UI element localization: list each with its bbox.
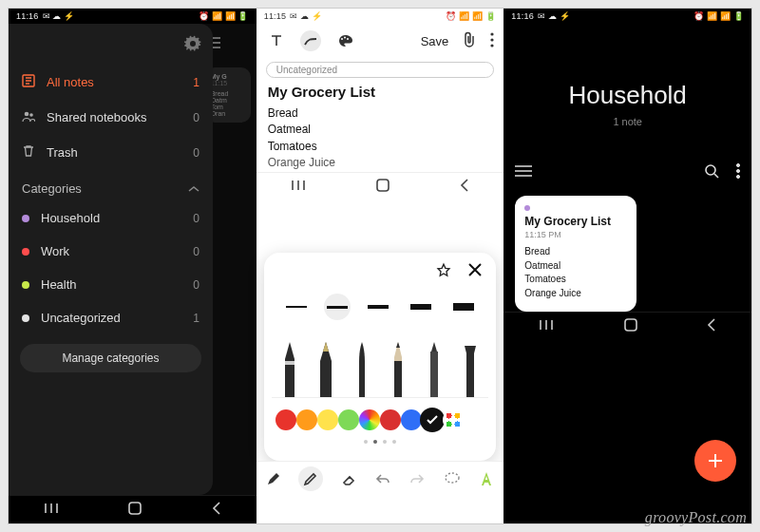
pen-tip-option[interactable]: [386, 342, 410, 397]
text-tool-button[interactable]: [266, 30, 287, 51]
color-swatch[interactable]: [401, 409, 422, 430]
highlighter-icon[interactable]: [298, 466, 323, 491]
hamburger-icon[interactable]: [515, 165, 532, 180]
favorite-icon[interactable]: [435, 262, 452, 282]
pen-tip-option[interactable]: [422, 342, 446, 397]
svg-point-14: [446, 473, 459, 483]
stroke-option[interactable]: [406, 300, 436, 314]
note-card[interactable]: My Grocery List 11:15 PM Bread Oatmeal T…: [515, 196, 636, 312]
search-icon[interactable]: [704, 163, 719, 181]
page-indicator: [272, 440, 489, 444]
category-count: 0: [193, 278, 200, 292]
note-line: Tomatoes: [268, 139, 493, 155]
status-bar: 11:16✉ ☁ ⚡ ⏰ 📶 📶 🔋: [9, 9, 256, 24]
color-swatch[interactable]: [296, 409, 317, 430]
stroke-option[interactable]: [448, 300, 479, 314]
color-swatch[interactable]: [276, 409, 296, 430]
nav-count: 0: [193, 146, 200, 160]
pen-tip-option[interactable]: [458, 342, 483, 397]
svg-point-18: [736, 169, 739, 172]
pen-tip-option[interactable]: [277, 342, 302, 397]
recents-button[interactable]: [538, 318, 555, 334]
nav-label: Shared notebooks: [47, 110, 147, 124]
recents-button[interactable]: [290, 179, 307, 195]
category-health[interactable]: Health 0: [16, 268, 205, 301]
nav-all-notes[interactable]: All notes 1: [16, 65, 205, 100]
status-bar: 11:15✉ ☁ ⚡ ⏰ 📶 📶 🔋: [256, 9, 504, 24]
stroke-option[interactable]: [281, 300, 312, 314]
android-navbar: [9, 495, 256, 523]
android-navbar: [504, 312, 751, 340]
note-card-line: Bread: [524, 245, 627, 259]
note-line: Bread: [268, 105, 493, 122]
category-title: Household: [504, 81, 751, 110]
categories-label: Categories: [22, 181, 82, 196]
pen-tip-option[interactable]: [314, 342, 338, 397]
category-label: Work: [41, 244, 69, 258]
category-dot-icon: [22, 314, 29, 322]
svg-rect-10: [285, 361, 294, 365]
category-uncategorized[interactable]: Uncategorized 1: [16, 301, 205, 334]
redo-icon[interactable]: [408, 469, 427, 488]
svg-rect-13: [466, 353, 474, 397]
undo-icon[interactable]: [373, 469, 392, 488]
manage-categories-button[interactable]: Manage categories: [20, 344, 201, 372]
palette-tool-button[interactable]: [334, 30, 355, 51]
color-more-icon[interactable]: [443, 409, 464, 430]
home-button[interactable]: [375, 178, 390, 196]
status-time: 11:16: [511, 11, 534, 21]
category-household[interactable]: Household 0: [16, 201, 205, 235]
back-button[interactable]: [706, 318, 717, 334]
nav-trash[interactable]: Trash 0: [16, 135, 205, 170]
gear-icon[interactable]: [184, 35, 201, 55]
pen-tip-option[interactable]: [350, 342, 374, 397]
color-swatch[interactable]: [317, 409, 338, 430]
svg-point-6: [347, 38, 349, 40]
pen-icon[interactable]: [264, 469, 283, 488]
svg-point-7: [491, 32, 494, 35]
eraser-icon[interactable]: [339, 469, 358, 488]
category-work[interactable]: Work 0: [16, 235, 205, 268]
category-dot-icon: [22, 215, 29, 222]
back-button[interactable]: [211, 502, 222, 518]
recents-button[interactable]: [43, 502, 60, 518]
attachment-icon[interactable]: [462, 31, 477, 51]
note-title: My Grocery List: [268, 84, 493, 100]
home-button[interactable]: [127, 501, 142, 519]
more-icon[interactable]: [736, 163, 740, 181]
stroke-option[interactable]: [324, 294, 351, 320]
category-label: Health: [41, 277, 77, 292]
svg-point-8: [491, 38, 494, 41]
phone-2-editor-screen: 11:15✉ ☁ ⚡ ⏰ 📶 📶 🔋 Save Uncategorized My…: [256, 9, 504, 523]
lasso-icon[interactable]: [443, 469, 462, 488]
color-swatch-selected[interactable]: [422, 409, 443, 430]
color-swatch[interactable]: [380, 409, 401, 430]
note-card-title: My Grocery List: [524, 215, 627, 228]
category-chip[interactable]: Uncategorized: [266, 62, 495, 78]
phone-3-category-screen: 11:16✉ ☁ ⚡ ⏰ 📶 📶 🔋 Household 1 note My G…: [504, 9, 751, 523]
android-navbar: [256, 172, 504, 200]
svg-rect-20: [625, 319, 636, 331]
text-style-icon[interactable]: [477, 469, 496, 488]
pen-tool-button[interactable]: [300, 30, 321, 51]
all-notes-icon: [22, 74, 35, 90]
nav-shared[interactable]: Shared notebooks 0: [16, 100, 205, 135]
home-button[interactable]: [623, 317, 638, 335]
back-button[interactable]: [459, 179, 470, 195]
shared-icon: [22, 109, 35, 125]
color-picker-icon[interactable]: [359, 409, 380, 430]
note-line: Orange Juice: [268, 155, 493, 171]
color-swatch[interactable]: [338, 409, 359, 430]
svg-rect-15: [377, 180, 389, 191]
add-note-fab[interactable]: [694, 440, 736, 482]
pen-tip-row: [272, 332, 489, 398]
svg-point-4: [341, 38, 343, 40]
more-icon[interactable]: [490, 32, 494, 50]
note-document[interactable]: My Grocery List Bread Oatmeal Tomatoes O…: [256, 84, 504, 172]
stroke-option[interactable]: [363, 300, 393, 314]
note-card-line: Orange Juice: [524, 287, 627, 301]
categories-header[interactable]: Categories: [16, 170, 205, 201]
close-icon[interactable]: [467, 262, 483, 282]
save-button[interactable]: Save: [421, 34, 449, 48]
category-subtitle: 1 note: [504, 116, 751, 127]
